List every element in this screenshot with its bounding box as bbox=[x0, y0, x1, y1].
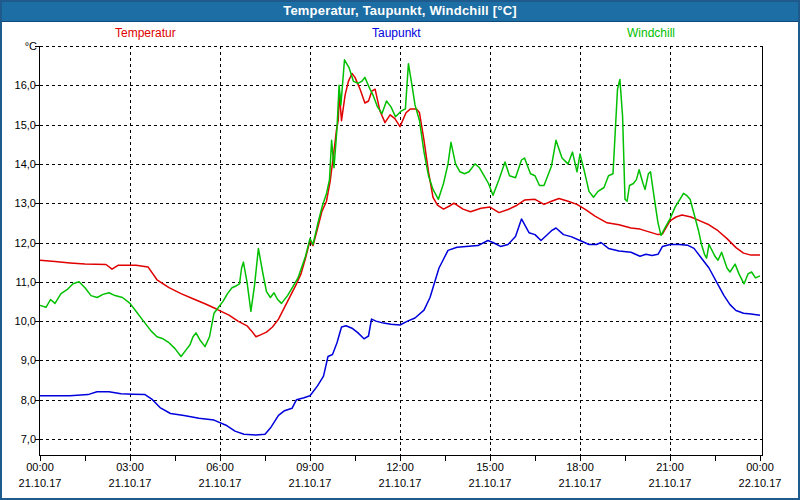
x-tick-labels: 00:0021.10.1703:0021.10.1706:0021.10.170… bbox=[19, 461, 782, 489]
svg-text:21.10.17: 21.10.17 bbox=[559, 477, 602, 489]
svg-text:9,0: 9,0 bbox=[21, 354, 36, 366]
svg-text:11,0: 11,0 bbox=[15, 276, 36, 288]
window-title-bar: Temperatur, Taupunkt, Windchill [°C] bbox=[0, 0, 800, 22]
svg-text:16,0: 16,0 bbox=[15, 79, 36, 91]
window-title: Temperatur, Taupunkt, Windchill [°C] bbox=[0, 0, 800, 21]
svg-text:12:00: 12:00 bbox=[386, 461, 414, 473]
legend-temperatur: Temperatur bbox=[115, 26, 176, 40]
svg-text:13,0: 13,0 bbox=[15, 197, 36, 209]
svg-text:18:00: 18:00 bbox=[566, 461, 594, 473]
weather-chart-window: 16,015,014,013,012,011,010,09,08,07,0°C0… bbox=[0, 0, 800, 500]
svg-text:22.10.17: 22.10.17 bbox=[739, 477, 782, 489]
svg-text:21:00: 21:00 bbox=[656, 461, 684, 473]
y-gridlines bbox=[40, 47, 763, 440]
svg-text:09:00: 09:00 bbox=[296, 461, 324, 473]
svg-text:15:00: 15:00 bbox=[476, 461, 504, 473]
svg-text:7,0: 7,0 bbox=[21, 433, 36, 445]
legend-windchill: Windchill bbox=[627, 26, 675, 40]
svg-text:00:00: 00:00 bbox=[26, 461, 54, 473]
svg-text:21.10.17: 21.10.17 bbox=[199, 477, 242, 489]
x-gridlines bbox=[131, 46, 671, 456]
x-axis-ticks bbox=[41, 456, 761, 461]
svg-text:21.10.17: 21.10.17 bbox=[109, 477, 152, 489]
svg-text:21.10.17: 21.10.17 bbox=[289, 477, 332, 489]
legend-taupunkt: Taupunkt bbox=[372, 26, 421, 40]
svg-text:03:00: 03:00 bbox=[116, 461, 144, 473]
svg-text:21.10.17: 21.10.17 bbox=[649, 477, 692, 489]
svg-text:00:00: 00:00 bbox=[746, 461, 774, 473]
svg-text:10,0: 10,0 bbox=[15, 315, 36, 327]
svg-text:06:00: 06:00 bbox=[206, 461, 234, 473]
svg-text:14,0: 14,0 bbox=[15, 158, 36, 170]
chart-legend: Temperatur Taupunkt Windchill bbox=[0, 22, 800, 44]
y-tick-labels: 16,015,014,013,012,011,010,09,08,07,0 bbox=[15, 79, 36, 445]
svg-text:21.10.17: 21.10.17 bbox=[379, 477, 422, 489]
svg-text:15,0: 15,0 bbox=[15, 119, 36, 131]
svg-text:21.10.17: 21.10.17 bbox=[19, 477, 62, 489]
svg-text:8,0: 8,0 bbox=[21, 394, 36, 406]
temperature-chart: 16,015,014,013,012,011,010,09,08,07,0°C0… bbox=[0, 0, 800, 500]
svg-text:21.10.17: 21.10.17 bbox=[469, 477, 512, 489]
svg-text:12,0: 12,0 bbox=[15, 237, 36, 249]
